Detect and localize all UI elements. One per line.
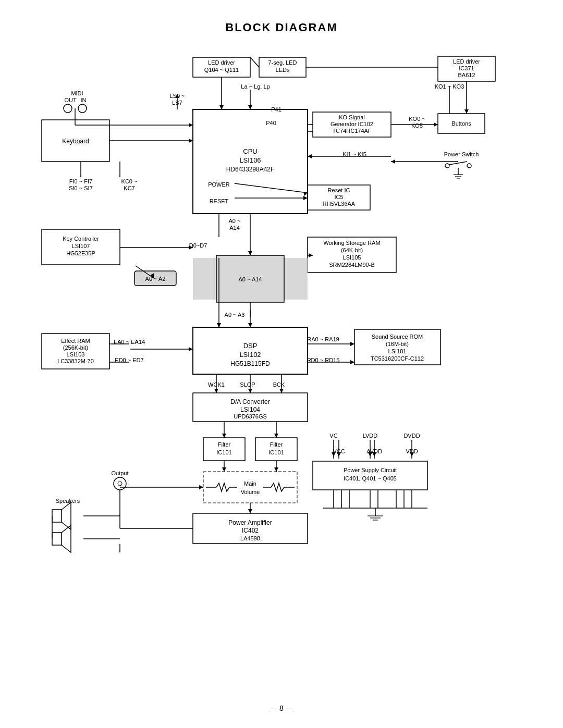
svg-text:BCK: BCK xyxy=(273,381,285,388)
svg-marker-180 xyxy=(189,139,193,143)
svg-marker-135 xyxy=(410,452,414,456)
svg-marker-169 xyxy=(434,122,438,127)
svg-marker-198 xyxy=(189,347,193,351)
svg-text:A0 ~ A3: A0 ~ A3 xyxy=(225,312,245,318)
svg-text:LSI105: LSI105 xyxy=(343,254,361,261)
svg-text:VC: VC xyxy=(329,433,337,439)
svg-text:MIDI: MIDI xyxy=(71,90,83,96)
svg-rect-115 xyxy=(52,533,62,545)
svg-text:IC371: IC371 xyxy=(459,65,474,71)
svg-text:DSP: DSP xyxy=(243,342,258,350)
page: BLOCK DIAGRAM LED driver Q104 ~ Q111 7-s… xyxy=(0,0,563,728)
svg-text:Speakers: Speakers xyxy=(56,498,80,504)
svg-marker-195 xyxy=(217,323,221,327)
svg-text:Main: Main xyxy=(244,480,256,487)
svg-marker-176 xyxy=(303,196,308,200)
svg-text:Power Amplifier: Power Amplifier xyxy=(228,519,272,526)
svg-text:La ~ Lg, Lp: La ~ Lg, Lp xyxy=(241,83,270,90)
svg-text:RESET: RESET xyxy=(210,198,229,204)
svg-marker-217 xyxy=(222,467,226,472)
svg-line-37 xyxy=(449,162,467,165)
svg-text:LSI104: LSI104 xyxy=(240,406,260,413)
svg-text:OUT: OUT xyxy=(64,97,77,103)
svg-text:LSI107: LSI107 xyxy=(72,243,90,249)
svg-text:Filter: Filter xyxy=(218,441,231,448)
svg-text:Volume: Volume xyxy=(241,489,260,495)
svg-text:FI0 ~ FI7: FI0 ~ FI7 xyxy=(69,178,92,184)
svg-text:(16M-bit): (16M-bit) xyxy=(386,341,409,347)
svg-text:Filter: Filter xyxy=(270,441,283,448)
svg-text:Power Switch: Power Switch xyxy=(444,151,479,157)
svg-text:LC33832M-70: LC33832M-70 xyxy=(57,358,94,364)
svg-text:LED driver: LED driver xyxy=(453,58,480,65)
svg-marker-178 xyxy=(391,159,395,164)
svg-rect-103 xyxy=(203,472,297,503)
svg-text:LVDD: LVDD xyxy=(363,433,378,439)
svg-text:SLOP: SLOP xyxy=(240,381,255,388)
svg-marker-213 xyxy=(222,434,226,438)
svg-marker-159 xyxy=(464,109,469,114)
page-number: — 8 — xyxy=(270,704,293,712)
svg-text:D/A Converter: D/A Converter xyxy=(230,398,270,405)
svg-text:KC0 ~: KC0 ~ xyxy=(121,178,138,184)
svg-text:Sound Source ROM: Sound Source ROM xyxy=(372,334,423,340)
svg-marker-187 xyxy=(309,253,313,257)
svg-marker-155 xyxy=(219,105,224,109)
svg-text:IC101: IC101 xyxy=(216,449,231,455)
svg-text:POWER: POWER xyxy=(208,181,230,188)
svg-text:LSI101: LSI101 xyxy=(388,348,407,354)
svg-text:LEDs: LEDs xyxy=(276,67,290,73)
svg-text:DVDD: DVDD xyxy=(403,433,420,439)
svg-text:Buttons: Buttons xyxy=(451,120,471,127)
svg-text:CPU: CPU xyxy=(243,147,257,155)
svg-text:KO5: KO5 xyxy=(411,122,423,129)
svg-text:HG52E35P: HG52E35P xyxy=(66,250,95,256)
svg-text:KO Signal: KO Signal xyxy=(339,114,365,120)
svg-line-152 xyxy=(250,57,259,67)
svg-text:A0 ~: A0 ~ xyxy=(229,218,241,224)
svg-text:TC74HC174AF: TC74HC174AF xyxy=(332,128,371,134)
svg-text:RH5VL36AA: RH5VL36AA xyxy=(323,201,356,207)
svg-text:7-seg. LED: 7-seg. LED xyxy=(268,59,297,66)
svg-marker-204 xyxy=(350,360,354,364)
svg-text:Key Controller: Key Controller xyxy=(63,236,99,242)
svg-line-173 xyxy=(235,183,308,193)
svg-text:A0 ~ A14: A0 ~ A14 xyxy=(239,276,262,282)
svg-text:A14: A14 xyxy=(229,225,240,231)
svg-point-35 xyxy=(445,164,449,168)
svg-text:A0 ~ A2: A0 ~ A2 xyxy=(145,276,166,282)
svg-marker-133 xyxy=(368,452,372,456)
svg-rect-114 xyxy=(52,510,62,522)
svg-marker-193 xyxy=(248,323,252,327)
svg-text:UPD6376GS: UPD6376GS xyxy=(234,413,267,419)
svg-text:RA0 ~ RA19: RA0 ~ RA19 xyxy=(307,336,339,342)
svg-marker-202 xyxy=(350,342,354,346)
svg-text:HD6433298A42F: HD6433298A42F xyxy=(226,166,275,173)
svg-point-13 xyxy=(64,104,72,113)
svg-text:SI0 ~ SI7: SI0 ~ SI7 xyxy=(69,185,93,191)
svg-text:IC402: IC402 xyxy=(242,527,259,534)
svg-text:BA612: BA612 xyxy=(458,72,475,78)
svg-marker-228 xyxy=(199,485,203,489)
svg-marker-134 xyxy=(372,452,376,456)
svg-text:Power Supply Circuit: Power Supply Circuit xyxy=(344,467,397,473)
svg-text:LA4598: LA4598 xyxy=(240,535,260,541)
svg-marker-184 xyxy=(248,251,252,255)
svg-text:KO0 ~: KO0 ~ xyxy=(409,116,425,122)
svg-marker-132 xyxy=(337,452,341,456)
svg-text:Keyboard: Keyboard xyxy=(62,138,89,145)
svg-text:Q104 ~ Q111: Q104 ~ Q111 xyxy=(204,67,239,73)
svg-text:Reset IC: Reset IC xyxy=(328,187,350,193)
svg-marker-171 xyxy=(308,154,312,158)
svg-text:LED driver: LED driver xyxy=(208,59,235,66)
svg-text:LSI102: LSI102 xyxy=(239,351,261,359)
svg-text:Output: Output xyxy=(111,470,128,476)
svg-text:LSI106: LSI106 xyxy=(239,156,261,164)
svg-marker-210 xyxy=(279,389,284,393)
svg-text:LSI103: LSI103 xyxy=(67,351,85,357)
svg-text:P40: P40 xyxy=(266,120,276,126)
svg-text:IC401, Q401 ~ Q405: IC401, Q401 ~ Q405 xyxy=(344,475,397,482)
svg-marker-220 xyxy=(248,509,252,513)
svg-marker-157 xyxy=(248,105,252,109)
svg-text:IN: IN xyxy=(81,97,87,103)
